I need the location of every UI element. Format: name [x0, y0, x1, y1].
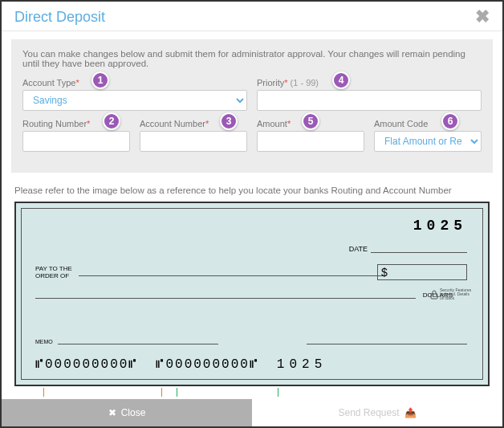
amount-code-label: Amount Code: [374, 119, 482, 128]
modal-title: Direct Deposit: [14, 9, 105, 26]
priority-group: Priority* (1 - 99) 4: [257, 78, 482, 111]
dollar-box: $: [377, 264, 467, 280]
priority-input[interactable]: [257, 90, 482, 111]
direct-deposit-modal: Direct Deposit ✖ You can make changes be…: [2, 2, 502, 426]
account-type-group: Account Type* Savings 1: [22, 78, 247, 111]
routing-number-input[interactable]: [22, 131, 130, 152]
micr-routing: ⑈000000000⑈: [35, 357, 138, 372]
amount-code-group: Amount Code Flat Amount or Remainin 6: [374, 119, 482, 152]
close-button[interactable]: ✖ Close: [2, 399, 252, 426]
modal-header: Direct Deposit ✖: [2, 2, 502, 31]
amount-code-select[interactable]: Flat Amount or Remainin: [374, 131, 482, 152]
modal-body-scroll[interactable]: You can make changes below and submit th…: [2, 31, 502, 397]
amount-label: Amount*: [257, 119, 364, 128]
pay-to-order-label: PAY TO THEORDER OF: [35, 266, 72, 280]
x-icon: ✖: [108, 407, 116, 418]
account-type-label: Account Type*: [22, 78, 247, 88]
instructions-text: You can make changes below and submit th…: [22, 49, 482, 68]
close-icon[interactable]: ✖: [475, 8, 490, 26]
priority-label: Priority* (1 - 99): [257, 78, 482, 88]
svg-rect-0: [431, 294, 437, 299]
send-request-button[interactable]: Send Request 📤: [252, 399, 502, 426]
account-number-input[interactable]: [140, 131, 247, 152]
account-number-label: Account Number*: [140, 119, 247, 128]
account-bracket: [177, 388, 278, 397]
bracket-annotations: Routing Number Account Number: [14, 388, 490, 397]
micr-account: ⑈000000000⑈: [156, 357, 258, 372]
check-image-wrap: 1025 DATE PAY TO THEORDER OF $ DOLLARS S…: [11, 202, 493, 397]
check-number: 1025: [413, 218, 467, 234]
check-date-line: DATE: [349, 245, 467, 253]
micr-checknum: 1025: [277, 357, 327, 372]
routing-number-label: Routing Number*: [22, 119, 130, 128]
routing-number-group: Routing Number* 2: [22, 119, 130, 152]
reference-text: Please refer to the image below as a ref…: [14, 185, 493, 195]
amount-group: Amount* 5: [257, 119, 364, 152]
lock-icon: Security Features Included. Details on B…: [430, 288, 472, 300]
account-type-select[interactable]: Savings: [22, 90, 247, 111]
routing-bracket: [43, 388, 162, 397]
memo-label: MEMO: [35, 339, 53, 344]
sample-check: 1025 DATE PAY TO THEORDER OF $ DOLLARS S…: [14, 202, 490, 386]
send-icon: 📤: [404, 407, 417, 418]
form-panel: You can make changes below and submit th…: [11, 39, 493, 173]
amount-input[interactable]: [257, 131, 364, 152]
micr-line: ⑈000000000⑈ ⑈000000000⑈ 1025: [35, 357, 327, 372]
modal-footer: ✖ Close Send Request 📤: [2, 399, 502, 426]
account-number-group: Account Number* 3: [140, 119, 247, 152]
